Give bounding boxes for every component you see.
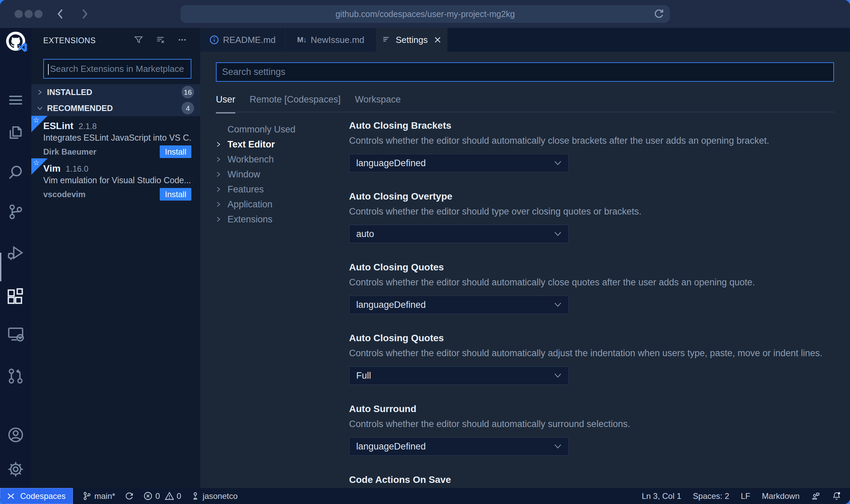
toc-window[interactable]: Window	[216, 167, 345, 182]
branch-indicator[interactable]: main*	[82, 491, 115, 501]
explorer-icon[interactable]	[0, 123, 31, 143]
problems-indicator[interactable]: 0 0	[143, 491, 181, 501]
window-controls	[15, 10, 43, 18]
run-debug-icon[interactable]	[0, 243, 31, 263]
toc-workbench[interactable]: Workbench	[216, 152, 345, 167]
sync-button[interactable]	[125, 491, 134, 501]
warning-icon	[165, 491, 174, 501]
remote-explorer-icon[interactable]	[0, 324, 31, 344]
text-cursor	[48, 64, 49, 75]
extension-publisher: vscodevim	[43, 190, 160, 199]
cursor-position[interactable]: Ln 3, Col 1	[642, 491, 681, 501]
github-codespaces-logo	[0, 31, 31, 51]
settings-search-input[interactable]	[217, 63, 833, 81]
refresh-icon[interactable]	[654, 9, 664, 19]
section-installed[interactable]: INSTALLED 16	[31, 84, 200, 100]
setting-dropdown[interactable]: auto	[349, 225, 569, 243]
warning-count: 0	[177, 491, 181, 501]
remote-indicator[interactable]: Codespaces	[0, 488, 73, 504]
setting-dropdown[interactable]: languageDefined	[349, 154, 569, 172]
eol-indicator[interactable]: LF	[741, 491, 750, 501]
extension-publisher: Dirk Baeumer	[43, 147, 160, 157]
recommended-count-badge: 4	[182, 102, 194, 114]
menu-icon[interactable]	[0, 90, 31, 110]
tab-label: Settings	[396, 35, 428, 45]
extension-version: 2.1.8	[79, 122, 97, 131]
browser-back-button[interactable]	[55, 8, 66, 20]
settings-gear-icon[interactable]	[0, 459, 31, 479]
setting-description: Controls whether the editor should autom…	[349, 277, 834, 288]
setting-title: Auto Closing Quotes	[349, 332, 834, 344]
install-button[interactable]: Install	[160, 145, 191, 158]
chevron-down-icon	[554, 302, 562, 307]
settings-list: Auto Closing Brackets Controls whether t…	[349, 120, 834, 504]
window-minimize-button[interactable]	[25, 10, 33, 18]
source-control-icon[interactable]	[0, 202, 31, 222]
setting-dropdown[interactable]: Full	[349, 366, 569, 385]
extension-item-vim[interactable]: ☆ Vim 1.16.0 Vim emulation for Visual St…	[31, 158, 200, 201]
remote-icon	[7, 492, 16, 501]
tab-readme[interactable]: README.md	[200, 28, 285, 52]
user-indicator[interactable]: jasonetco	[191, 491, 238, 501]
scope-remote[interactable]: Remote [Codespaces]	[250, 94, 341, 113]
tab-settings[interactable]: Settings	[377, 28, 447, 52]
more-actions-icon[interactable]	[178, 35, 187, 46]
toc-commonly-used[interactable]: Commonly Used	[216, 122, 345, 137]
section-recommended[interactable]: RECOMMENDED 4	[31, 100, 200, 116]
settings-toc: Commonly Used Text Editor Workbench Wind…	[216, 122, 345, 227]
browser-forward-button[interactable]	[79, 8, 90, 20]
app-window: github.com/codespaces/user-my-project-mg…	[0, 0, 850, 504]
person-icon	[191, 491, 200, 501]
address-bar[interactable]: github.com/codespaces/user-my-project-mg…	[180, 5, 670, 23]
setting-description: Controls whether the editor should type …	[349, 206, 834, 217]
chevron-down-icon	[37, 105, 43, 111]
scope-workspace[interactable]: Workspace	[355, 94, 401, 113]
settings-editor: User Remote [Codespaces] Workspace Commo…	[200, 52, 850, 488]
setting-title: Auto Closing Quotes	[349, 262, 834, 273]
setting-auto-indent: Auto Closing Quotes Controls whether the…	[349, 332, 834, 385]
window-close-button[interactable]	[15, 10, 23, 18]
sidebar-title: EXTENSIONS	[43, 36, 134, 45]
vscode-mark-icon	[17, 42, 28, 52]
indentation-indicator[interactable]: Spaces: 2	[693, 491, 729, 501]
extensions-search-box	[43, 59, 191, 79]
scope-user[interactable]: User	[216, 94, 235, 113]
window-maximize-button[interactable]	[34, 10, 43, 18]
notifications-button[interactable]	[832, 491, 841, 501]
setting-auto-surround: Auto Surround Controls whether the edito…	[349, 403, 834, 456]
setting-title: Auto Closing Overtype	[349, 191, 834, 202]
branch-icon	[82, 491, 92, 501]
toc-extensions[interactable]: Extensions	[216, 212, 345, 227]
setting-description: Controls whether the editor should autom…	[349, 418, 834, 430]
feedback-button[interactable]	[811, 491, 820, 501]
language-mode[interactable]: Markdown	[762, 491, 800, 501]
editor-region: README.md M↓ NewIssue.md Settings	[200, 28, 850, 488]
setting-dropdown[interactable]: languageDefined	[349, 437, 569, 456]
browser-chrome: github.com/codespaces/user-my-project-mg…	[0, 0, 850, 28]
clear-extension-search-icon[interactable]	[156, 35, 165, 46]
close-icon[interactable]	[433, 35, 442, 44]
setting-description: Controls whether the editor should autom…	[349, 347, 834, 359]
account-icon[interactable]	[0, 425, 31, 445]
extensions-search-input[interactable]	[44, 60, 191, 78]
branch-label: main*	[94, 491, 115, 501]
extension-item-eslint[interactable]: ☆ ESLint 2.1.8 Integrates ESLint JavaScr…	[31, 116, 200, 158]
toc-features[interactable]: Features	[216, 182, 345, 197]
tab-newissue[interactable]: M↓ NewIssue.md	[285, 28, 377, 52]
setting-auto-closing-quotes: Auto Closing Quotes Controls whether the…	[349, 262, 834, 314]
filter-icon[interactable]	[134, 35, 143, 46]
tab-bar: README.md M↓ NewIssue.md Settings	[200, 28, 850, 52]
url-text: github.com/codespaces/user-my-project-mg…	[335, 9, 515, 19]
extensions-icon[interactable]	[0, 286, 31, 306]
feedback-icon	[811, 491, 820, 501]
setting-auto-closing-brackets: Auto Closing Brackets Controls whether t…	[349, 120, 834, 172]
setting-auto-closing-overtype: Auto Closing Overtype Controls whether t…	[349, 191, 834, 243]
install-button[interactable]: Install	[160, 188, 191, 201]
search-icon[interactable]	[0, 162, 31, 182]
settings-scope-tabs: User Remote [Codespaces] Workspace	[216, 94, 401, 113]
setting-dropdown[interactable]: languageDefined	[349, 296, 569, 314]
toc-text-editor[interactable]: Text Editor	[216, 137, 345, 152]
pull-request-icon[interactable]	[0, 366, 31, 386]
scope-divider	[216, 112, 834, 112]
toc-application[interactable]: Application	[216, 197, 345, 212]
